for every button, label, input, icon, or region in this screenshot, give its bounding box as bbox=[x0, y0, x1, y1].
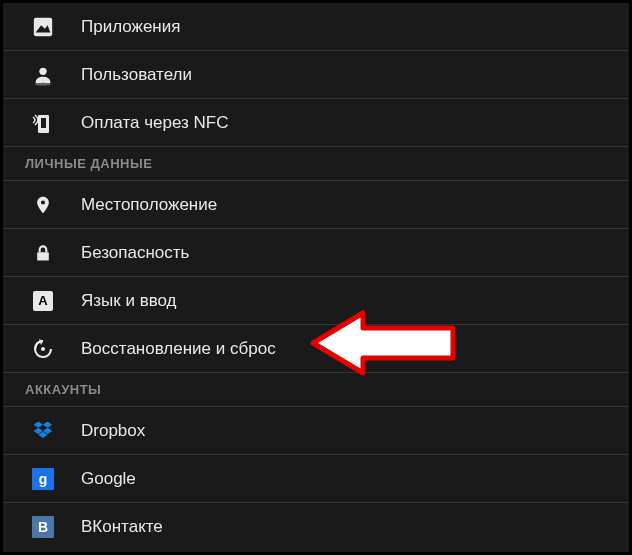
row-label: Восстановление и сброс bbox=[81, 339, 276, 359]
users-icon bbox=[31, 63, 55, 87]
svg-point-2 bbox=[35, 82, 52, 85]
row-label: Язык и ввод bbox=[81, 291, 177, 311]
lock-icon bbox=[31, 241, 55, 265]
row-apps[interactable]: Приложения bbox=[3, 3, 629, 51]
row-label: Пользователи bbox=[81, 65, 192, 85]
google-icon: g bbox=[31, 467, 55, 491]
row-language[interactable]: A Язык и ввод bbox=[3, 277, 629, 325]
settings-list: Приложения Пользователи Оплата через NFC… bbox=[3, 3, 629, 551]
row-label: Оплата через NFC bbox=[81, 113, 229, 133]
row-nfc[interactable]: Оплата через NFC bbox=[3, 99, 629, 147]
row-location[interactable]: Местоположение bbox=[3, 181, 629, 229]
language-icon: A bbox=[31, 289, 55, 313]
section-personal: ЛИЧНЫЕ ДАННЫЕ bbox=[3, 147, 629, 181]
restore-icon bbox=[31, 337, 55, 361]
row-label: Местоположение bbox=[81, 195, 217, 215]
row-vk[interactable]: В ВКонтакте bbox=[3, 503, 629, 551]
svg-rect-4 bbox=[40, 117, 47, 129]
svg-point-5 bbox=[43, 130, 45, 132]
svg-point-6 bbox=[41, 200, 45, 204]
section-accounts: АККАУНТЫ bbox=[3, 373, 629, 407]
svg-rect-7 bbox=[37, 252, 49, 260]
section-label: АККАУНТЫ bbox=[25, 382, 101, 397]
google-badge: g bbox=[32, 468, 54, 490]
vk-icon: В bbox=[31, 515, 55, 539]
nfc-icon bbox=[31, 111, 55, 135]
row-dropbox[interactable]: Dropbox bbox=[3, 407, 629, 455]
dropbox-icon bbox=[31, 419, 55, 443]
row-backup-reset[interactable]: Восстановление и сброс bbox=[3, 325, 629, 373]
row-users[interactable]: Пользователи bbox=[3, 51, 629, 99]
row-label: Безопасность bbox=[81, 243, 189, 263]
row-label: Dropbox bbox=[81, 421, 145, 441]
row-label: ВКонтакте bbox=[81, 517, 163, 537]
row-security[interactable]: Безопасность bbox=[3, 229, 629, 277]
section-label: ЛИЧНЫЕ ДАННЫЕ bbox=[25, 156, 152, 171]
row-label: Google bbox=[81, 469, 136, 489]
letter-a-badge: A bbox=[33, 291, 53, 311]
vk-badge: В bbox=[32, 516, 54, 538]
svg-point-8 bbox=[41, 347, 45, 351]
svg-point-1 bbox=[39, 67, 46, 74]
row-label: Приложения bbox=[81, 17, 180, 37]
apps-icon bbox=[31, 15, 55, 39]
row-google[interactable]: g Google bbox=[3, 455, 629, 503]
location-icon bbox=[31, 193, 55, 217]
